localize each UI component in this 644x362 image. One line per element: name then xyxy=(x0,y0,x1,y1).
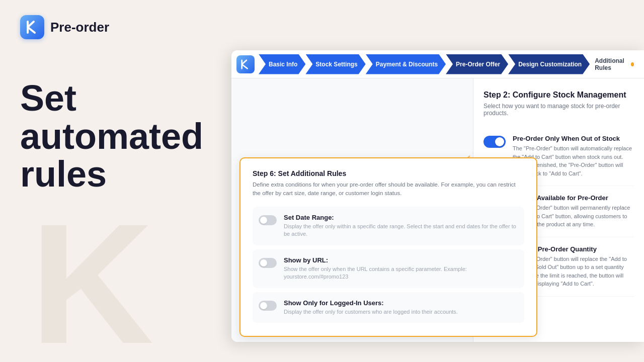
stock-panel-title: Step 2: Configure Stock Management xyxy=(484,90,634,100)
logged-in-label: Show Only for Logged-In Users: xyxy=(284,299,458,307)
out-of-stock-toggle[interactable] xyxy=(484,136,506,148)
brand-logo xyxy=(20,15,44,39)
stepper-nav: Basic Info Stock Settings Payment & Disc… xyxy=(231,50,644,78)
bg-decoration: K xyxy=(30,186,154,362)
date-range-desc: Display the offer only within a specific… xyxy=(284,223,518,238)
rule-item-url: Show by URL: Show the offer only when th… xyxy=(253,249,524,288)
rule-item-date-range: Set Date Range: Display the offer only w… xyxy=(253,207,524,245)
left-panel: Pre-order Set automated rules K xyxy=(0,0,236,362)
hero-text: Set automated rules xyxy=(20,79,216,194)
logged-in-desc: Display the offer only for customers who… xyxy=(284,308,458,316)
url-label: Show by URL: xyxy=(284,256,518,264)
additional-rules-dot xyxy=(631,62,634,66)
step-payment-discounts[interactable]: Payment & Discounts xyxy=(366,54,446,74)
stock-panel-subtitle: Select how you want to manage stock for … xyxy=(484,103,634,117)
url-desc: Show the offer only when the URL contain… xyxy=(284,265,518,281)
step6-description: Define extra conditions for when your pr… xyxy=(253,180,524,198)
browser-window: Basic Info Stock Settings Payment & Disc… xyxy=(231,50,644,342)
step6-card: Step 6: Set Additional Rules Define extr… xyxy=(239,157,537,337)
step-preorder-offer[interactable]: Pre-Order Offer xyxy=(446,54,508,74)
step-stock-settings[interactable]: Stock Settings xyxy=(305,54,365,74)
date-range-toggle[interactable] xyxy=(259,215,277,225)
date-range-label: Set Date Range: xyxy=(284,214,518,221)
rule-item-logged-in: Show Only for Logged-In Users: Display t… xyxy=(253,292,524,323)
nav-logo xyxy=(236,55,255,73)
url-toggle[interactable] xyxy=(259,258,277,268)
step6-title: Step 6: Set Additional Rules xyxy=(253,169,524,177)
brand-title: Pre-order xyxy=(50,20,109,35)
step-design-customization[interactable]: Design Customization xyxy=(508,54,590,74)
main-content: Step 6: Set Additional Rules Define extr… xyxy=(231,78,644,342)
brand-header: Pre-order xyxy=(20,15,216,39)
logged-in-toggle[interactable] xyxy=(259,301,277,311)
hero-heading: Set automated rules xyxy=(20,79,216,194)
out-of-stock-label: Pre-Order Only When Out of Stock xyxy=(513,135,634,142)
step-basic-info[interactable]: Basic Info xyxy=(259,54,305,74)
step-additional-rules[interactable]: Additional Rules xyxy=(590,57,639,71)
